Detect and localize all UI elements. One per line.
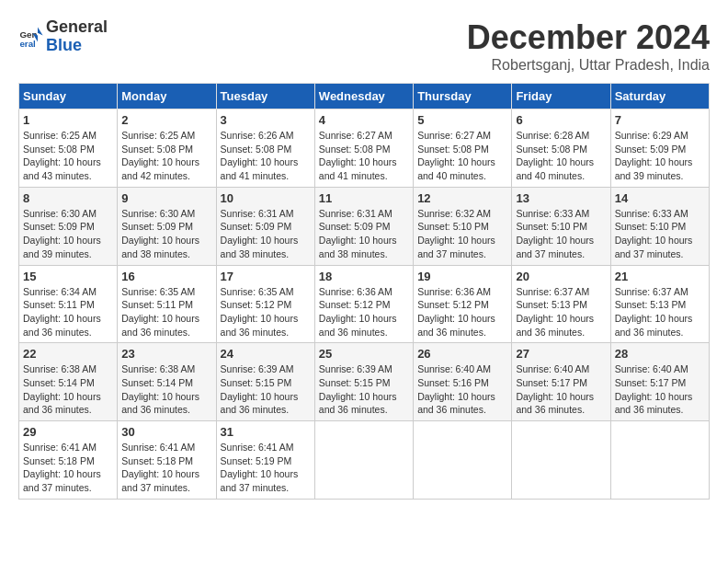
day-info: Sunrise: 6:38 AMSunset: 5:14 PMDaylight:… [23, 362, 113, 417]
day-info: Sunrise: 6:37 AMSunset: 5:13 PMDaylight:… [615, 285, 705, 339]
day-number: 11 [319, 191, 409, 205]
calendar-cell [610, 421, 709, 500]
day-info: Sunrise: 6:37 AMSunset: 5:13 PMDaylight:… [516, 285, 606, 339]
calendar-cell: 16Sunrise: 6:35 AMSunset: 5:11 PMDayligh… [118, 265, 216, 343]
day-info: Sunrise: 6:39 AMSunset: 5:15 PMDaylight:… [319, 362, 409, 417]
calendar-body: 1Sunrise: 6:25 AMSunset: 5:08 PMDaylight… [19, 109, 710, 500]
calendar-cell: 25Sunrise: 6:39 AMSunset: 5:15 PMDayligh… [314, 343, 413, 421]
day-number: 10 [221, 191, 311, 205]
day-number: 31 [221, 425, 311, 439]
calendar-cell: 8Sunrise: 6:30 AMSunset: 5:09 PMDaylight… [19, 187, 118, 265]
weekday-header-tuesday: Tuesday [216, 84, 314, 109]
day-number: 4 [319, 113, 409, 127]
day-info: Sunrise: 6:36 AMSunset: 5:12 PMDaylight:… [319, 285, 409, 339]
calendar-cell: 31Sunrise: 6:41 AMSunset: 5:19 PMDayligh… [216, 421, 314, 500]
day-number: 5 [417, 113, 507, 127]
calendar-cell: 3Sunrise: 6:26 AMSunset: 5:08 PMDaylight… [216, 109, 314, 188]
day-number: 12 [417, 191, 507, 205]
calendar-cell: 5Sunrise: 6:27 AMSunset: 5:08 PMDaylight… [414, 109, 512, 188]
day-info: Sunrise: 6:34 AMSunset: 5:11 PMDaylight:… [23, 285, 113, 339]
calendar-cell: 15Sunrise: 6:34 AMSunset: 5:11 PMDayligh… [19, 265, 118, 343]
day-info: Sunrise: 6:26 AMSunset: 5:08 PMDaylight:… [221, 129, 311, 183]
calendar-cell: 7Sunrise: 6:29 AMSunset: 5:09 PMDaylight… [610, 109, 709, 188]
weekday-header-wednesday: Wednesday [314, 84, 413, 109]
day-info: Sunrise: 6:27 AMSunset: 5:08 PMDaylight:… [319, 129, 409, 183]
calendar-cell: 11Sunrise: 6:31 AMSunset: 5:09 PMDayligh… [314, 187, 413, 265]
calendar-cell [314, 421, 413, 500]
logo: Gen eral General Blue [18, 18, 108, 55]
day-info: Sunrise: 6:36 AMSunset: 5:12 PMDaylight:… [417, 285, 507, 339]
calendar-cell: 6Sunrise: 6:28 AMSunset: 5:08 PMDaylight… [512, 109, 610, 188]
day-info: Sunrise: 6:41 AMSunset: 5:19 PMDaylight:… [221, 441, 311, 495]
day-number: 24 [221, 347, 311, 361]
day-number: 1 [23, 113, 113, 127]
logo-text-line1: General [46, 18, 108, 37]
day-info: Sunrise: 6:41 AMSunset: 5:18 PMDaylight:… [23, 441, 113, 495]
day-number: 18 [319, 270, 409, 283]
day-info: Sunrise: 6:35 AMSunset: 5:12 PMDaylight:… [221, 285, 311, 339]
day-info: Sunrise: 6:33 AMSunset: 5:10 PMDaylight:… [516, 207, 606, 261]
calendar-cell: 1Sunrise: 6:25 AMSunset: 5:08 PMDaylight… [19, 109, 118, 188]
day-info: Sunrise: 6:41 AMSunset: 5:18 PMDaylight:… [121, 441, 211, 495]
calendar-cell: 18Sunrise: 6:36 AMSunset: 5:12 PMDayligh… [314, 265, 413, 343]
day-info: Sunrise: 6:28 AMSunset: 5:08 PMDaylight:… [516, 129, 606, 183]
day-info: Sunrise: 6:31 AMSunset: 5:09 PMDaylight:… [319, 207, 409, 261]
weekday-header-sunday: Sunday [19, 84, 118, 109]
calendar-cell: 4Sunrise: 6:27 AMSunset: 5:08 PMDaylight… [314, 109, 413, 188]
day-info: Sunrise: 6:33 AMSunset: 5:10 PMDaylight:… [615, 207, 705, 261]
day-info: Sunrise: 6:32 AMSunset: 5:10 PMDaylight:… [417, 207, 507, 261]
day-number: 15 [23, 270, 113, 283]
calendar-cell: 22Sunrise: 6:38 AMSunset: 5:14 PMDayligh… [19, 343, 118, 421]
day-number: 3 [221, 113, 311, 127]
day-info: Sunrise: 6:27 AMSunset: 5:08 PMDaylight:… [417, 129, 507, 183]
day-number: 29 [23, 425, 113, 439]
calendar-cell: 12Sunrise: 6:32 AMSunset: 5:10 PMDayligh… [414, 187, 512, 265]
calendar-cell: 14Sunrise: 6:33 AMSunset: 5:10 PMDayligh… [610, 187, 709, 265]
day-info: Sunrise: 6:29 AMSunset: 5:09 PMDaylight:… [615, 129, 705, 183]
day-number: 19 [417, 270, 507, 283]
day-number: 7 [615, 113, 705, 127]
calendar-week-4: 22Sunrise: 6:38 AMSunset: 5:14 PMDayligh… [19, 343, 710, 421]
day-number: 9 [121, 191, 211, 205]
calendar-cell: 17Sunrise: 6:35 AMSunset: 5:12 PMDayligh… [216, 265, 314, 343]
calendar-week-5: 29Sunrise: 6:41 AMSunset: 5:18 PMDayligh… [19, 421, 710, 500]
day-number: 8 [23, 191, 113, 205]
weekday-header-monday: Monday [118, 84, 216, 109]
page-header: Gen eral General Blue December 2024 Robe… [18, 18, 710, 74]
calendar-cell: 27Sunrise: 6:40 AMSunset: 5:17 PMDayligh… [512, 343, 610, 421]
day-number: 6 [516, 113, 606, 127]
calendar-cell: 28Sunrise: 6:40 AMSunset: 5:17 PMDayligh… [610, 343, 709, 421]
day-number: 25 [319, 347, 409, 361]
title-area: December 2024 Robertsganj, Uttar Pradesh… [467, 18, 710, 74]
logo-icon: Gen eral [18, 24, 44, 50]
location-title: Robertsganj, Uttar Pradesh, India [467, 57, 710, 74]
day-number: 27 [516, 347, 606, 361]
logo-text-line2: Blue [46, 37, 108, 55]
calendar-cell: 10Sunrise: 6:31 AMSunset: 5:09 PMDayligh… [216, 187, 314, 265]
weekday-header-friday: Friday [512, 84, 610, 109]
calendar-cell: 26Sunrise: 6:40 AMSunset: 5:16 PMDayligh… [414, 343, 512, 421]
calendar-header-row: SundayMondayTuesdayWednesdayThursdayFrid… [19, 84, 710, 109]
calendar-cell: 30Sunrise: 6:41 AMSunset: 5:18 PMDayligh… [118, 421, 216, 500]
day-info: Sunrise: 6:31 AMSunset: 5:09 PMDaylight:… [221, 207, 311, 261]
calendar-table: SundayMondayTuesdayWednesdayThursdayFrid… [18, 83, 710, 500]
calendar-cell: 13Sunrise: 6:33 AMSunset: 5:10 PMDayligh… [512, 187, 610, 265]
day-number: 28 [615, 347, 705, 361]
day-info: Sunrise: 6:40 AMSunset: 5:16 PMDaylight:… [417, 362, 507, 417]
day-number: 17 [221, 270, 311, 283]
day-number: 30 [121, 425, 211, 439]
day-number: 2 [121, 113, 211, 127]
calendar-week-2: 8Sunrise: 6:30 AMSunset: 5:09 PMDaylight… [19, 187, 710, 265]
day-number: 14 [615, 191, 705, 205]
calendar-week-1: 1Sunrise: 6:25 AMSunset: 5:08 PMDaylight… [19, 109, 710, 188]
calendar-cell [512, 421, 610, 500]
month-title: December 2024 [467, 18, 710, 57]
day-info: Sunrise: 6:35 AMSunset: 5:11 PMDaylight:… [121, 285, 211, 339]
svg-text:eral: eral [19, 39, 36, 49]
day-info: Sunrise: 6:40 AMSunset: 5:17 PMDaylight:… [516, 362, 606, 417]
day-info: Sunrise: 6:25 AMSunset: 5:08 PMDaylight:… [23, 129, 113, 183]
calendar-cell: 2Sunrise: 6:25 AMSunset: 5:08 PMDaylight… [118, 109, 216, 188]
calendar-cell: 21Sunrise: 6:37 AMSunset: 5:13 PMDayligh… [610, 265, 709, 343]
calendar-cell: 20Sunrise: 6:37 AMSunset: 5:13 PMDayligh… [512, 265, 610, 343]
day-number: 23 [121, 347, 211, 361]
